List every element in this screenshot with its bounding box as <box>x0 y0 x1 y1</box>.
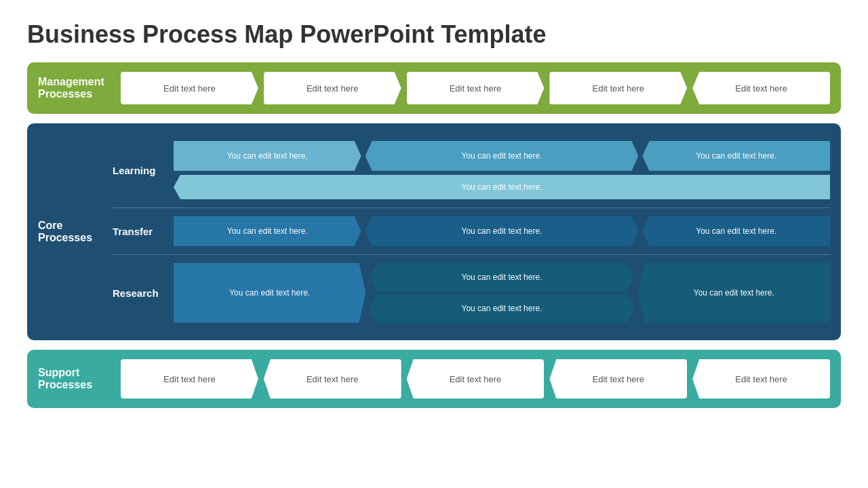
support-section: SupportProcesses Edit text here Edit tex… <box>27 350 841 408</box>
support-item-2[interactable]: Edit text here <box>264 359 401 399</box>
management-item-4[interactable]: Edit text here <box>549 72 687 104</box>
core-section: CoreProcesses Learning You can edit text… <box>27 123 841 340</box>
management-item-3[interactable]: Edit text here <box>407 72 545 104</box>
learning-content: You can edit text here. You can edit tex… <box>174 141 830 199</box>
research-start[interactable]: You can edit text here. <box>174 263 366 323</box>
management-item-5[interactable]: Edit text here <box>692 72 830 104</box>
learning-bottom: You can edit text here. <box>174 175 830 199</box>
learning-row: Learning You can edit text here. You can… <box>113 133 830 207</box>
transfer-item-3[interactable]: You can edit text here. <box>642 216 830 246</box>
transfer-item-1[interactable]: You can edit text here. <box>174 216 361 246</box>
research-mid-1[interactable]: You can edit text here. <box>370 263 633 291</box>
research-mid-col: You can edit text here. You can edit tex… <box>370 263 633 323</box>
core-rows: Learning You can edit text here. You can… <box>113 133 830 331</box>
learning-top-1[interactable]: You can edit text here. <box>174 141 361 171</box>
support-item-3[interactable]: Edit text here <box>407 359 545 399</box>
page-title: Business Process Map PowerPoint Template <box>27 20 841 49</box>
learning-label: Learning <box>113 141 174 199</box>
transfer-row: Transfer You can edit text here. You can… <box>113 207 830 254</box>
management-item-1[interactable]: Edit text here <box>121 72 258 104</box>
management-section: ManagementProcesses Edit text here Edit … <box>27 62 841 114</box>
management-chevron-row: Edit text here Edit text here Edit text … <box>121 72 830 104</box>
transfer-content: You can edit text here. You can edit tex… <box>174 216 830 246</box>
management-label: ManagementProcesses <box>38 76 113 100</box>
support-chevron-row: Edit text here Edit text here Edit text … <box>121 359 830 399</box>
support-label: SupportProcesses <box>38 367 113 391</box>
management-item-2[interactable]: Edit text here <box>264 72 401 104</box>
support-item-4[interactable]: Edit text here <box>549 359 687 399</box>
learning-top: You can edit text here. You can edit tex… <box>174 141 830 171</box>
learning-top-3[interactable]: You can edit text here. <box>642 141 830 171</box>
transfer-items: You can edit text here. You can edit tex… <box>174 216 830 246</box>
research-content: You can edit text here. You can edit tex… <box>174 263 830 323</box>
transfer-item-2[interactable]: You can edit text here. <box>366 216 639 246</box>
support-item-1[interactable]: Edit text here <box>121 359 258 399</box>
support-item-5[interactable]: Edit text here <box>692 359 830 399</box>
learning-top-2[interactable]: You can edit text here. <box>366 141 639 171</box>
core-label: CoreProcesses <box>38 133 113 331</box>
research-row: Research You can edit text here. You can… <box>113 254 830 331</box>
research-mid-2[interactable]: You can edit text here. <box>370 294 633 323</box>
research-label: Research <box>113 263 174 323</box>
transfer-label: Transfer <box>113 216 174 246</box>
research-end[interactable]: You can edit text here. <box>638 263 830 323</box>
learning-bottom-1[interactable]: You can edit text here. <box>174 175 830 199</box>
